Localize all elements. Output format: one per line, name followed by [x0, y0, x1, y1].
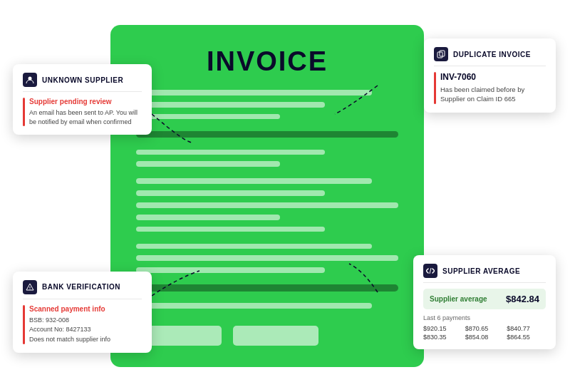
invoice-line: [136, 202, 398, 208]
svg-line-5: [430, 268, 431, 274]
payments-grid: $920.15$870.65$840.77$830.35$854.08$864.…: [423, 325, 546, 341]
person-icon: [23, 73, 37, 87]
invoice-line: [136, 284, 398, 292]
invoice-line: [136, 267, 325, 273]
invoice-line: [136, 255, 398, 261]
invoice-line: [136, 178, 372, 184]
supplier-average-card: SUPPLIER AVERAGE Supplier average $842.8…: [413, 255, 556, 349]
red-bar-dup: [434, 72, 436, 104]
bank-mismatch: Does not match supplier info: [29, 335, 110, 345]
invoice-line: [136, 244, 372, 249]
main-container: INVOICE: [0, 0, 570, 392]
unknown-supplier-header: UNKNOWN SUPPLIER: [23, 73, 142, 92]
bank-alert-text: Scanned payment info: [29, 305, 110, 313]
payment-value: $870.65: [465, 325, 504, 332]
code-icon: [423, 264, 437, 278]
payment-value: $854.08: [465, 334, 504, 341]
supplier-alert-text: Supplier pending review: [29, 98, 142, 105]
invoice-document: INVOICE: [110, 25, 424, 367]
invoice-title: INVOICE: [136, 46, 398, 77]
supplier-average-header: SUPPLIER AVERAGE: [423, 264, 546, 283]
bank-account: Account No: 8427133: [29, 325, 110, 335]
supplier-desc-text: An email has been sent to AP. You will b…: [29, 108, 142, 126]
invoice-line: [136, 227, 325, 232]
duplicate-invoice-card: DUPLICATE INVOICE INV-7060 Has been clai…: [424, 38, 556, 113]
payment-value: $840.77: [507, 325, 546, 332]
svg-point-4: [30, 289, 31, 289]
duplicate-invoice-content: INV-7060 Has been claimed before by Supp…: [434, 72, 546, 104]
bank-bsb: BSB: 932-008: [29, 316, 110, 326]
supplier-avg-value: $842.84: [506, 294, 539, 304]
last-payments-label: Last 6 payments: [423, 314, 546, 321]
invoice-line: [136, 303, 372, 309]
invoice-line: [136, 150, 325, 155]
payment-value: $920.15: [423, 325, 462, 332]
red-bar-bank: [23, 305, 25, 345]
supplier-avg-label: Supplier average: [430, 295, 487, 303]
supplier-avg-main: Supplier average $842.84: [423, 289, 546, 309]
invoice-line: [136, 114, 280, 120]
invoice-line: [136, 131, 398, 138]
duplicate-invoice-header: DUPLICATE INVOICE: [434, 47, 546, 66]
warning-icon: [23, 280, 37, 294]
red-bar: [23, 98, 25, 126]
payment-value: $864.55: [507, 334, 546, 341]
duplicate-icon: [434, 47, 448, 61]
invoice-line: [136, 90, 372, 96]
unknown-supplier-content: Supplier pending review An email has bee…: [23, 98, 142, 126]
invoice-line: [136, 161, 280, 167]
invoice-line: [136, 190, 325, 196]
duplicate-desc: Has been claimed before by Supplier on C…: [440, 85, 546, 104]
unknown-supplier-card: UNKNOWN SUPPLIER Supplier pending review…: [13, 64, 152, 135]
invoice-line: [136, 215, 280, 220]
bank-verification-card: BANK VERIFICATION Scanned payment info B…: [13, 272, 152, 354]
invoice-line: [136, 102, 325, 108]
bank-verification-content: Scanned payment info BSB: 932-008 Accoun…: [23, 305, 142, 345]
payment-value: $830.35: [423, 334, 462, 341]
duplicate-inv-id: INV-7060: [440, 72, 546, 82]
bank-verification-header: BANK VERIFICATION: [23, 280, 142, 299]
